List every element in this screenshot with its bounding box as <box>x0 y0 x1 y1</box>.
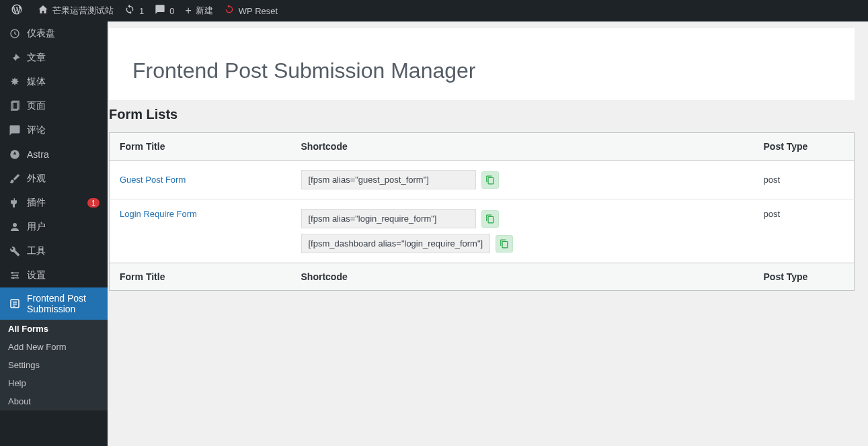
submenu-add-new-form[interactable]: Add New Form <box>0 338 108 356</box>
sidebar-item-label: 用户 <box>27 221 100 233</box>
post-type-cell: post <box>754 199 855 263</box>
sidebar-item-fpsm[interactable]: Frontend Post Submission <box>0 287 108 320</box>
comments-link[interactable]: 0 <box>149 0 180 21</box>
new-label: 新建 <box>196 5 213 17</box>
shortcode-text[interactable]: [fpsm alias="guest_post_form"] <box>301 170 476 189</box>
site-name: 芒果运营测试站 <box>52 5 114 17</box>
plus-icon: + <box>185 5 191 17</box>
sidebar-item-label: 仪表盘 <box>27 28 100 40</box>
refresh-icon <box>124 4 135 17</box>
svg-point-7 <box>12 277 14 279</box>
sidebar-item-label: 插件 <box>27 197 85 209</box>
sidebar-item-label: 评论 <box>27 124 100 136</box>
copy-shortcode-button[interactable] <box>481 171 499 189</box>
submenu-all-forms[interactable]: All Forms <box>0 320 108 338</box>
sidebar-item-appearance[interactable]: 外观 <box>0 167 108 191</box>
sidebar-item-label: Astra <box>27 149 100 160</box>
wordpress-icon <box>11 3 23 18</box>
shortcode-text[interactable]: [fpsm alias="login_require_form"] <box>301 209 476 228</box>
page-icon <box>8 99 22 113</box>
dashboard-icon <box>8 27 22 40</box>
sidebar-item-label: 文章 <box>27 52 100 64</box>
submenu-help[interactable]: Help <box>0 374 108 392</box>
post-type-cell: post <box>754 161 855 199</box>
form-icon <box>8 297 22 310</box>
clipboard-icon <box>485 214 495 224</box>
submenu-about[interactable]: About <box>0 392 108 410</box>
sidebar-item-dashboard[interactable]: 仪表盘 <box>0 21 108 46</box>
wpreset-label: WP Reset <box>239 6 278 16</box>
section-title: Form Lists <box>109 107 855 132</box>
home-icon <box>38 4 48 17</box>
copy-shortcode-button[interactable] <box>481 210 499 228</box>
media-icon <box>8 75 22 89</box>
new-content-link[interactable]: + 新建 <box>180 0 218 21</box>
sidebar-item-settings[interactable]: 设置 <box>0 263 108 287</box>
sidebar-item-pages[interactable]: 页面 <box>0 94 108 118</box>
sidebar-item-label: 工具 <box>27 245 100 257</box>
updates-count: 1 <box>139 6 144 16</box>
sidebar-item-label: 页面 <box>27 100 100 112</box>
svg-point-5 <box>11 272 13 274</box>
svg-point-6 <box>16 275 18 277</box>
sidebar-item-users[interactable]: 用户 <box>0 215 108 239</box>
sidebar-item-label: 设置 <box>27 269 100 281</box>
plugin-update-badge: 1 <box>87 198 100 208</box>
comment-icon <box>8 124 22 137</box>
admin-sidebar: 仪表盘 文章 媒体 页面 评论 Astra 外观 插件 1 <box>0 21 108 446</box>
sidebar-item-posts[interactable]: 文章 <box>0 46 108 70</box>
clipboard-icon <box>485 175 495 185</box>
wrench-icon <box>8 244 22 258</box>
tf-shortcode[interactable]: Shortcode <box>291 263 754 291</box>
site-name-link[interactable]: 芒果运营测试站 <box>32 0 119 21</box>
sidebar-item-astra[interactable]: Astra <box>0 142 108 167</box>
main-content: Frontend Post Submission Manager Form Li… <box>108 21 868 446</box>
reset-icon <box>224 4 235 17</box>
sidebar-item-label: Frontend Post Submission <box>27 293 100 314</box>
table-row: Guest Post Form [fpsm alias="guest_post_… <box>110 161 855 199</box>
submenu-settings[interactable]: Settings <box>0 356 108 374</box>
shortcode-text[interactable]: [fpsm_dashboard alias="login_require_for… <box>301 234 491 253</box>
brush-icon <box>8 172 22 185</box>
comment-icon <box>155 4 165 17</box>
th-form-title[interactable]: Form Title <box>110 133 291 161</box>
page-title: Frontend Post Submission Manager <box>109 28 855 100</box>
sidebar-item-media[interactable]: 媒体 <box>0 70 108 94</box>
pin-icon <box>8 51 22 64</box>
wpreset-link[interactable]: WP Reset <box>219 0 283 21</box>
tf-post-type[interactable]: Post Type <box>754 263 855 291</box>
form-title-link[interactable]: Guest Post Form <box>120 175 186 185</box>
settings-icon <box>8 269 22 282</box>
th-shortcode[interactable]: Shortcode <box>291 133 754 161</box>
tf-form-title[interactable]: Form Title <box>110 263 291 291</box>
wp-logo[interactable] <box>5 0 32 21</box>
th-post-type[interactable]: Post Type <box>754 133 855 161</box>
form-title-link[interactable]: Login Require Form <box>120 209 197 219</box>
sidebar-item-comments[interactable]: 评论 <box>0 118 108 142</box>
copy-shortcode-button[interactable] <box>496 235 513 253</box>
astra-icon <box>8 148 22 161</box>
comments-count: 0 <box>169 6 174 16</box>
table-row: Login Require Form [fpsm alias="login_re… <box>110 199 855 263</box>
updates-link[interactable]: 1 <box>119 0 149 21</box>
clipboard-icon <box>500 239 509 249</box>
sidebar-item-plugins[interactable]: 插件 1 <box>0 191 108 215</box>
admin-bar: 芒果运营测试站 1 0 + 新建 WP Reset <box>0 0 868 21</box>
forms-table: Form Title Shortcode Post Type Guest Pos… <box>109 132 855 291</box>
sidebar-item-label: 外观 <box>27 173 100 185</box>
user-icon <box>8 220 22 234</box>
sidebar-item-label: 媒体 <box>27 76 100 88</box>
svg-point-4 <box>13 223 17 227</box>
fpsm-submenu: All Forms Add New Form Settings Help Abo… <box>0 320 108 410</box>
sidebar-item-tools[interactable]: 工具 <box>0 239 108 263</box>
plugin-icon <box>8 196 22 210</box>
